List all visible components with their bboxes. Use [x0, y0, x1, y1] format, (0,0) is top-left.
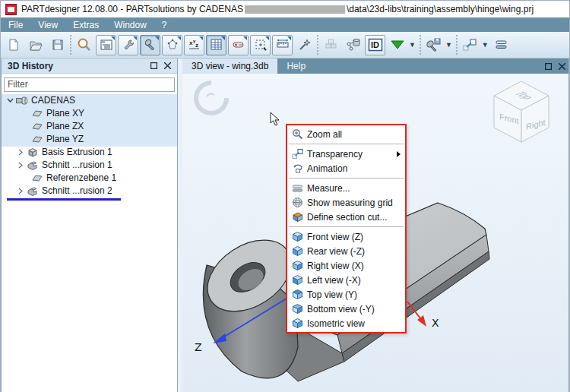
view-cube-icon: [287, 289, 307, 300]
save-icon: [51, 38, 65, 52]
transparency-link-icon: [462, 37, 477, 52]
tree-item-plane-zx[interactable]: Plane ZX: [2, 120, 177, 133]
new-document-button[interactable]: [3, 35, 24, 55]
main-toolbar: xyz ID ▼: [1, 32, 569, 58]
tree-item-plane-yz[interactable]: Plane YZ: [2, 133, 177, 146]
magic-wand-button[interactable]: [294, 35, 315, 55]
transparency-dropdown-caret[interactable]: ▼: [482, 41, 489, 49]
dimension-ruler-icon: [276, 38, 290, 52]
view-cube-icon: [287, 260, 307, 271]
tree-item-basis-extrusion[interactable]: Basis Extrusion 1: [2, 146, 177, 159]
tree-item-plane-xy[interactable]: Plane XY: [2, 107, 177, 120]
wrench-button[interactable]: [118, 35, 138, 55]
menu-item-transparency[interactable]: Transparency: [287, 147, 405, 161]
menu-item-zoom-all[interactable]: Zoom all: [287, 127, 405, 141]
history-maximize-button[interactable]: [147, 60, 160, 72]
expander-closed-icon[interactable]: [15, 149, 26, 156]
clamp-icon: [15, 96, 29, 105]
magnifier-icon: [77, 37, 92, 52]
expander-closed-icon[interactable]: [15, 162, 26, 169]
transparency-icon: [287, 148, 307, 160]
menu-item-animation[interactable]: Animation: [287, 161, 405, 175]
cut-extrusion-icon: [26, 186, 40, 196]
menu-view[interactable]: View: [30, 17, 65, 32]
assembly-icon: [324, 37, 339, 52]
plane-icon: [30, 134, 44, 144]
magic-wand-icon: [297, 37, 312, 52]
screw-button[interactable]: [140, 35, 160, 55]
menu-item-show-measuring-grid[interactable]: Show measuring grid: [287, 195, 405, 210]
generate-button[interactable]: [387, 35, 407, 55]
view-cube-icon: [287, 231, 307, 242]
axis-z-label: Z: [195, 341, 202, 353]
menu-item-isometric-view[interactable]: Isometric view: [287, 316, 405, 330]
expander-open-icon[interactable]: [5, 98, 15, 103]
measuring-grid-icon: [287, 197, 307, 208]
table-icon: [210, 38, 223, 52]
menu-item-front-view[interactable]: Front view (Z): [287, 229, 405, 244]
assembly-button[interactable]: [321, 35, 341, 55]
drop-indicator-line: [7, 198, 121, 201]
menu-help[interactable]: ?: [154, 17, 175, 32]
dimension-button[interactable]: [272, 35, 293, 55]
export-screw-button[interactable]: [423, 35, 444, 55]
sketch-icon: [166, 38, 179, 52]
key-icon: [232, 38, 245, 52]
green-arrow-icon: [389, 38, 406, 52]
screw-icon: [144, 38, 157, 52]
selection-frame-button[interactable]: [250, 35, 271, 55]
animation-icon: [287, 163, 307, 174]
value-table-button[interactable]: [206, 35, 226, 55]
sketch-button[interactable]: [162, 35, 182, 55]
view-cube-icon: [287, 318, 307, 329]
menu-item-top-view[interactable]: Top view (Y): [287, 287, 405, 302]
tree-item-schnitt-2[interactable]: Schnitt ...rusion 2: [2, 185, 177, 198]
measure-icon: [287, 182, 307, 194]
cut-extrusion-icon: [26, 160, 40, 170]
axis-x-label: X: [432, 317, 439, 329]
menu-window[interactable]: Window: [106, 17, 154, 32]
variable-xyz-button[interactable]: xyz: [184, 35, 204, 55]
measure-bars-icon: [494, 40, 509, 50]
window-title: PARTdesigner 12.08.00 - PARTsolutions by…: [21, 4, 534, 14]
save-button[interactable]: [47, 35, 68, 55]
menu-item-measure[interactable]: Measure...: [287, 181, 405, 195]
view-close-button[interactable]: [555, 60, 568, 72]
open-button[interactable]: [25, 35, 46, 55]
key-button[interactable]: [228, 35, 249, 55]
menu-extras[interactable]: Extras: [65, 17, 106, 32]
generate-dropdown-caret[interactable]: ▼: [409, 41, 416, 49]
tree-item-schnitt-1[interactable]: Schnitt ...rusion 1: [2, 159, 177, 172]
viewport-3d[interactable]: Top Front Right: [182, 74, 568, 392]
tab-help[interactable]: Help: [277, 58, 315, 74]
topology-links-icon: [346, 37, 361, 52]
filter-input[interactable]: [4, 77, 175, 92]
menu-file[interactable]: File: [1, 17, 30, 32]
menu-separator: [289, 178, 404, 179]
svg-text:z: z: [195, 42, 198, 49]
history-window-button[interactable]: [96, 35, 116, 55]
view-tabbar: 3D view - wing.3db Help: [182, 58, 568, 74]
app-icon: [5, 4, 17, 15]
title-bar: PARTdesigner 12.08.00 - PARTsolutions by…: [1, 1, 569, 17]
history-panel-header: 3D History: [2, 58, 177, 74]
expander-closed-icon[interactable]: [15, 188, 26, 194]
id-icon: ID: [368, 37, 383, 52]
tree-item-referenzebene[interactable]: Referenzebene 1: [2, 172, 177, 185]
topology-links-button[interactable]: [343, 35, 363, 55]
measure-bars-button[interactable]: [492, 35, 512, 55]
transparency-toolbar-button[interactable]: [460, 35, 480, 55]
tab-3d-view[interactable]: 3D view - wing.3db: [182, 58, 277, 74]
menu-item-bottom-view[interactable]: Bottom view (-Y): [287, 302, 405, 316]
id-display-button[interactable]: ID: [365, 35, 385, 55]
zoom-button[interactable]: [74, 35, 94, 55]
export-dropdown-caret[interactable]: ▼: [445, 41, 452, 49]
menu-item-rear-view[interactable]: Rear view (-Z): [287, 244, 405, 258]
history-close-button[interactable]: [160, 60, 174, 72]
menu-item-right-view[interactable]: Right view (X): [287, 258, 405, 273]
menu-item-define-section-cut[interactable]: Define section cut...: [287, 210, 405, 224]
view-maximize-button[interactable]: [541, 60, 555, 72]
section-cut-icon: [287, 211, 307, 223]
tree-item-cadenas[interactable]: CADENAS: [2, 94, 177, 107]
menu-item-left-view[interactable]: Left view (-X): [287, 273, 405, 287]
